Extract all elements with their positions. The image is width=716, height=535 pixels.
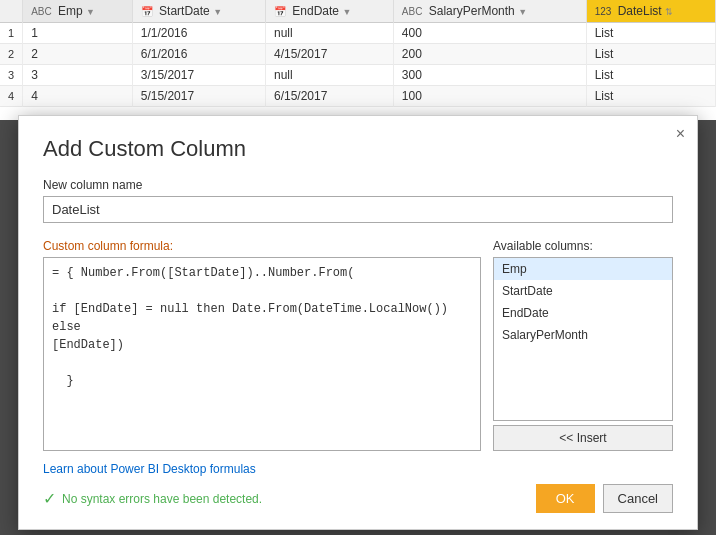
- status-left: ✓ No syntax errors have been detected.: [43, 489, 262, 508]
- status-text: No syntax errors have been detected.: [62, 492, 262, 506]
- status-buttons: OK Cancel: [536, 484, 673, 513]
- column-name-section: New column name: [43, 178, 673, 223]
- available-item-startdate[interactable]: StartDate: [494, 280, 672, 302]
- cancel-button[interactable]: Cancel: [603, 484, 673, 513]
- available-item-salarypermonth[interactable]: SalaryPerMonth: [494, 324, 672, 346]
- ok-button[interactable]: OK: [536, 484, 595, 513]
- available-columns-list: Emp StartDate EndDate SalaryPerMonth: [493, 257, 673, 421]
- add-custom-column-dialog: × Add Custom Column New column name Cust…: [18, 115, 698, 530]
- checkmark-icon: ✓: [43, 489, 56, 508]
- available-columns-panel: Available columns: Emp StartDate EndDate…: [493, 239, 673, 451]
- available-item-enddate[interactable]: EndDate: [494, 302, 672, 324]
- status-area: ✓ No syntax errors have been detected. O…: [43, 484, 673, 513]
- column-name-label: New column name: [43, 178, 673, 192]
- insert-button[interactable]: << Insert: [493, 425, 673, 451]
- dialog-title: Add Custom Column: [43, 136, 673, 162]
- formula-left-panel: Custom column formula: = { Number.From([…: [43, 239, 481, 451]
- formula-textarea[interactable]: = { Number.From([StartDate])..Number.Fro…: [43, 257, 481, 451]
- dialog-overlay: × Add Custom Column New column name Cust…: [0, 0, 716, 535]
- available-item-emp[interactable]: Emp: [494, 258, 672, 280]
- available-columns-label: Available columns:: [493, 239, 673, 253]
- column-name-input[interactable]: [43, 196, 673, 223]
- formula-label: Custom column formula:: [43, 239, 481, 253]
- formula-area: Custom column formula: = { Number.From([…: [43, 239, 673, 451]
- close-button[interactable]: ×: [676, 126, 685, 142]
- dialog-footer: Learn about Power BI Desktop formulas ✓ …: [43, 461, 673, 513]
- dialog-body: New column name Custom column formula: =…: [43, 178, 673, 451]
- learn-link[interactable]: Learn about Power BI Desktop formulas: [43, 462, 256, 476]
